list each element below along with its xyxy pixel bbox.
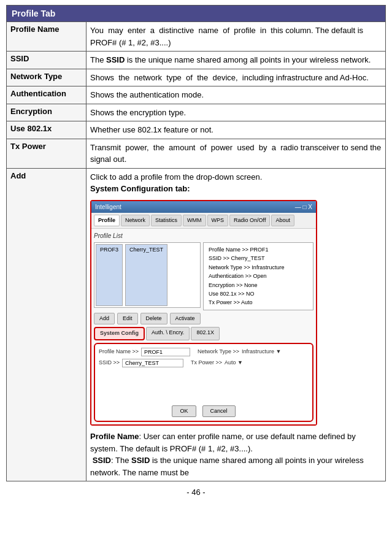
profile-list-header: Profile List [94,231,313,240]
row-desc-profile-name: You may enter a distinctive name of prof… [86,22,386,52]
row-desc-txpower: Transmit power, the amount of power used… [86,139,386,168]
field-label-txpower: Tx Power >> [191,359,222,367]
table-row: Network Type Shows the network type of t… [7,69,386,86]
table-title: Profile Tab [7,6,386,22]
table-row-add: Add Click to add a profile from the drop… [7,168,386,481]
row-label-profile-name: Profile Name [7,22,86,52]
row-label-use8021x: Use 802.1x [7,121,86,139]
row-label-authentication: Authentication [7,86,86,104]
profile-name-desc: Profile Name: User can enter profile nam… [90,432,356,453]
btn-cancel: Cancel [202,405,236,418]
info-line-4: Authentication >> Open [209,272,308,280]
add-intro-text: Click to add a profile from the drop-dow… [90,172,262,182]
table-row: Profile Name You may enter a distinctive… [7,22,386,52]
btn-edit: Edit [117,313,138,325]
tab-wps: WPS [207,215,229,227]
screenshot-titlebar: Intelligent — □ X [91,201,316,213]
tab-about: About [271,215,294,227]
profile-item-cherry: Cherry_TEST [125,244,167,306]
tab-network: Network [121,215,150,227]
row-label-encryption: Encryption [7,104,86,121]
row-label-txpower: Tx Power [7,139,86,168]
tab-8021x: 802.1X [191,327,220,340]
profile-list: PROF3 Cherry_TEST [94,242,201,308]
field-row-ssid: SSID >> Tx Power >> Auto ▼ [99,359,309,367]
table-row: Use 802.1x Whether use 802.1x feature or… [7,121,386,139]
page-footer: - 46 - [6,488,386,497]
btn-ok: OK [172,405,196,418]
row-label-ssid: SSID [7,52,86,69]
btn-activate: Activate [170,313,201,325]
field-label-network-type: Network Type >> [198,348,239,356]
btn-delete: Delete [140,313,167,325]
action-buttons: Add Edit Delete Activate [94,313,313,325]
table-row: Encryption Shows the encryption type. [7,104,386,121]
info-line-1: Profile Name >> PROF1 [209,245,308,254]
profile-item-prof3: PROF3 [96,244,123,306]
field-label-profile-name: Profile Name >> [99,348,139,356]
field-value-network-type: Infrastructure ▼ [242,348,281,356]
info-line-7: Tx Power >> Auto [209,298,308,307]
table-row: Authentication Shows the authentication … [7,86,386,104]
info-line-6: Use 802.1x >> NO [209,289,308,298]
tab-profile: Profile [94,215,120,227]
row-desc-encryption: Shows the encryption type. [86,104,386,121]
tab-auth-encry: Auth. \ Encry. [146,327,190,340]
screenshot-body: Profile List PROF3 Cherry_TEST Profile N… [91,229,316,424]
table-header-row: Profile Tab [7,6,386,22]
tab-system-config: System Config [94,327,145,340]
screenshot-toolbar: Profile Network Statistics WMM WPS Radio… [91,213,316,229]
tab-statistics: Statistics [151,215,182,227]
row-desc-authentication: Shows the authentication mode. [86,86,386,104]
field-input-ssid[interactable] [122,359,183,367]
screenshot-title: Intelligent [95,202,121,212]
table-row: Tx Power Transmit power, the amount of p… [7,139,386,168]
row-desc-add: Click to add a profile from the drop-dow… [86,168,386,481]
field-value-txpower: Auto ▼ [225,359,243,367]
info-line-3: Network Type >> Infrastructure [209,263,308,272]
row-label-network-type: Network Type [7,69,86,86]
sc-dialog-buttons: OK Cancel [99,405,309,418]
row-desc-use8021x: Whether use 802.1x feature or not. [86,121,386,139]
system-config-subtitle: System Configuration tab: [90,184,190,193]
row-label-add: Add [7,168,86,481]
info-line-2: SSID >> Cherry_TEST [209,254,308,262]
row-desc-ssid: The SSID is the unique name shared among… [86,52,386,69]
row-desc-network-type: Shows the network type of the device, in… [86,69,386,86]
btn-add: Add [94,313,115,325]
field-label-ssid: SSID >> [99,359,120,367]
info-line-5: Encryption >> None [209,281,308,289]
field-row-profile-name: Profile Name >> Network Type >> Infrastr… [99,348,309,356]
close-icon: — □ X [295,202,312,212]
field-input-profile-name[interactable] [141,348,190,356]
screenshot-container: Intelligent — □ X Profile Network Statis… [90,200,317,426]
tab-radio-onoff: Radio On/Off [229,215,270,227]
table-row: SSID The SSID is the unique name shared … [7,52,386,69]
info-panel: Profile Name >> PROF1 SSID >> Cherry_TES… [203,242,313,310]
system-config-panel: Profile Name >> Network Type >> Infrastr… [94,343,313,423]
ssid-desc: SSID: The SSID is the unique name shared… [90,456,364,477]
tab-wmm: WMM [183,215,206,227]
